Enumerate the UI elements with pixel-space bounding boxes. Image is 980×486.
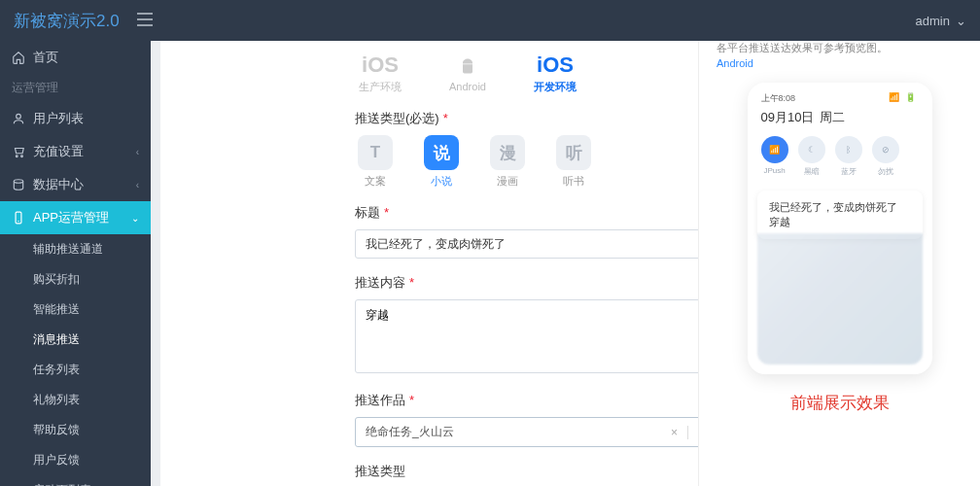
comic-icon: 漫: [490, 135, 525, 170]
brand-title: 新被窝演示2.0: [14, 10, 120, 32]
env-ios-prod[interactable]: iOS 生产环境: [355, 52, 405, 94]
sidebar-group-ops: 运营管理: [0, 74, 151, 102]
title-label: 标题*: [355, 204, 698, 222]
phone-weekday: 周二: [820, 109, 845, 126]
sidebar-sub-splash[interactable]: 启动页列表: [21, 475, 151, 486]
sidebar-sub-discount[interactable]: 购买折扣: [21, 264, 151, 295]
dnd-icon: ⊘: [872, 136, 899, 163]
content-label: 推送内容*: [355, 274, 698, 292]
android-icon: [442, 52, 493, 79]
sidebar-item-appops[interactable]: APP运营管理 ⌄: [0, 201, 151, 234]
app-label: 勿扰: [872, 166, 899, 177]
work-select[interactable]: 绝命任务_火山云 × ▾: [355, 417, 698, 447]
preview-caption: 前端展示效果: [717, 392, 962, 414]
sidebar-item-label: 用户反馈: [33, 452, 80, 469]
moon-icon: ☾: [798, 136, 825, 163]
phone-date: 09月10日: [761, 109, 815, 126]
env-ios-dev[interactable]: iOS 开发环境: [530, 52, 580, 94]
chevron-down-icon: ⌄: [131, 213, 139, 224]
mobile-icon: [12, 211, 25, 225]
phone-time: 上午8:08: [761, 92, 796, 105]
svg-point-0: [17, 114, 21, 119]
svg-point-2: [21, 156, 23, 157]
sidebar: 首页 运营管理 用户列表 充值设置 ‹ 数据中心 ‹ A: [0, 41, 151, 486]
sidebar-sub-msg[interactable]: 消息推送: [21, 325, 151, 355]
svg-point-1: [16, 156, 18, 157]
user-icon: [12, 112, 25, 125]
type-label: 文案: [355, 174, 396, 189]
sidebar-item-userlist[interactable]: 用户列表: [0, 102, 151, 135]
content-textarea[interactable]: 穿越: [355, 299, 698, 373]
sidebar-item-label: 帮助反馈: [33, 422, 80, 438]
env-label: 生产环境: [355, 80, 405, 94]
sidebar-item-label: 智能推送: [33, 301, 80, 318]
text-icon: T: [358, 135, 393, 170]
phone-preview: 上午8:08 📶 🔋 09月10日 周二 📶JPush ☾黑暗 ᛒ蓝牙 ⊘勿扰 …: [748, 83, 932, 374]
quick-app: 📶JPush: [761, 136, 788, 177]
timing-label: 推送类型: [355, 463, 698, 480]
env-android[interactable]: Android: [442, 52, 493, 94]
status-icons: 📶 🔋: [889, 92, 919, 105]
select-value: 绝命任务_火山云: [366, 424, 671, 440]
preview-panel: 各平台推送送达效果可参考预览图。 Android 上午8:08 📶 🔋 09月1…: [698, 41, 980, 486]
type-label: 漫画: [487, 174, 528, 189]
type-label: 听书: [553, 174, 594, 189]
sidebar-item-label: 礼物列表: [33, 392, 80, 408]
app-label: 黑暗: [798, 166, 825, 177]
sidebar-item-home[interactable]: 首页: [0, 41, 151, 74]
sidebar-item-recharge[interactable]: 充值设置 ‹: [0, 135, 151, 168]
sidebar-item-data[interactable]: 数据中心 ‹: [0, 168, 151, 201]
type-comic[interactable]: 漫漫画: [487, 135, 528, 189]
push-type-label: 推送类型(必选)*: [355, 110, 698, 127]
sidebar-sub-gift[interactable]: 礼物列表: [21, 385, 151, 415]
quick-app: ☾黑暗: [798, 136, 825, 177]
env-label: Android: [442, 81, 493, 92]
form-panel: iOS 生产环境 Android iOS 开发环境 推送类型(必选)*: [160, 41, 698, 486]
user-name: admin: [916, 14, 950, 28]
app-label: 蓝牙: [835, 166, 862, 177]
dropdown-icon[interactable]: ▾: [687, 426, 698, 439]
sidebar-item-label: 数据中心: [33, 176, 84, 193]
sidebar-sub-help[interactable]: 帮助反馈: [21, 415, 151, 445]
sidebar-sub-task[interactable]: 任务列表: [21, 355, 151, 385]
sidebar-item-label: APP运营管理: [33, 209, 109, 226]
sidebar-item-label: 用户列表: [33, 110, 84, 127]
type-novel[interactable]: 说小说: [421, 135, 462, 189]
apple-icon: iOS: [530, 52, 580, 78]
audio-icon: 听: [556, 135, 591, 170]
bluetooth-icon: ᛒ: [835, 136, 862, 163]
sidebar-item-label: 辅助推送通道: [33, 241, 103, 258]
data-icon: [12, 178, 25, 191]
sidebar-item-label: 首页: [33, 49, 58, 66]
sidebar-item-label: 启动页列表: [33, 482, 91, 486]
sidebar-sub-userfb[interactable]: 用户反馈: [21, 445, 151, 475]
env-label: 开发环境: [530, 80, 580, 94]
type-wenan[interactable]: T文案: [355, 135, 396, 189]
work-label: 推送作品*: [355, 392, 698, 409]
phone-background: [757, 233, 923, 364]
home-icon: [12, 51, 25, 64]
apple-icon: iOS: [355, 52, 405, 78]
sidebar-item-label: 消息推送: [33, 331, 80, 348]
preview-platform-link[interactable]: Android: [717, 57, 962, 69]
quick-app: ᛒ蓝牙: [835, 136, 862, 177]
chevron-left-icon: ‹: [136, 180, 139, 191]
quick-app: ⊘勿扰: [872, 136, 899, 177]
svg-point-3: [14, 180, 22, 184]
title-input[interactable]: [355, 229, 698, 259]
menu-toggle-icon[interactable]: [137, 13, 153, 29]
cart-icon: [12, 145, 25, 158]
preview-note: 各平台推送送达效果可参考预览图。: [717, 41, 962, 55]
sidebar-item-label: 充值设置: [33, 143, 84, 160]
novel-icon: 说: [424, 135, 459, 170]
sidebar-sub-smart[interactable]: 智能推送: [21, 295, 151, 325]
user-menu[interactable]: admin ⌄: [916, 14, 966, 28]
clear-icon[interactable]: ×: [671, 426, 678, 439]
type-audio[interactable]: 听听书: [553, 135, 594, 189]
notification-card: 我已经死了，变成肉饼死了 穿越: [757, 191, 923, 239]
sidebar-item-label: 任务列表: [33, 362, 80, 378]
sidebar-sub-channel[interactable]: 辅助推送通道: [21, 234, 151, 264]
wifi-icon: 📶: [761, 136, 788, 163]
chevron-down-icon: ⌄: [956, 14, 966, 28]
chevron-left-icon: ‹: [136, 147, 139, 157]
